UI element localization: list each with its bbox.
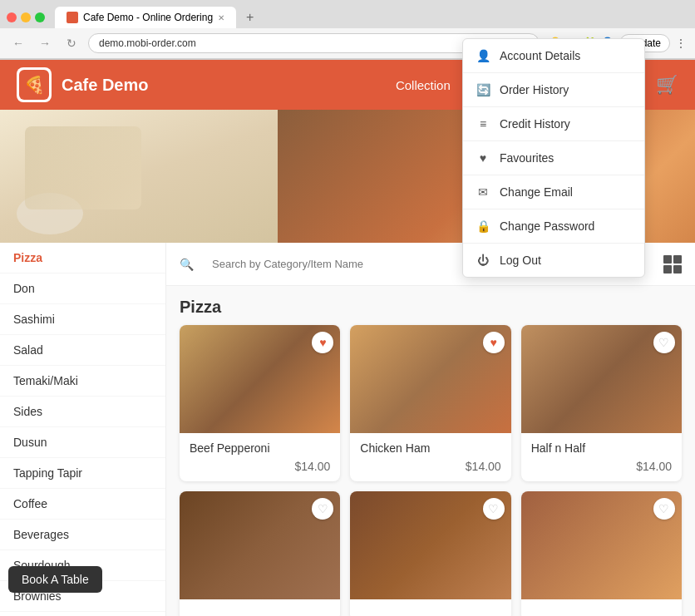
grid-cell-2: [673, 255, 682, 264]
dropdown-password-label: Change Password: [500, 219, 594, 233]
dropdown-change-email[interactable]: ✉ Change Email: [463, 175, 644, 209]
grid-toggle-button[interactable]: [663, 255, 682, 274]
category-title: Pizza: [166, 286, 695, 325]
item-card-half-n-half[interactable]: ♡ Half n Half $14.00: [521, 325, 682, 481]
order-history-icon: 🔄: [476, 83, 490, 96]
favourites-icon: ♥: [476, 151, 490, 165]
dropdown-order-history[interactable]: 🔄 Order History: [463, 73, 644, 107]
sidebar-item-coffee[interactable]: Coffee: [0, 489, 165, 520]
heart-icon: ♡: [658, 336, 669, 349]
dropdown-credit-label: Credit History: [500, 117, 570, 131]
sidebar-item-don[interactable]: Don: [0, 274, 165, 304]
favourite-button-4[interactable]: ♡: [312, 498, 333, 520]
item-card-5[interactable]: ♡: [350, 491, 510, 616]
item-info-5: [350, 599, 510, 616]
sidebar-item-sashimi[interactable]: Sashimi: [0, 304, 165, 335]
credit-history-icon: ≡: [476, 117, 490, 131]
item-price-half-n-half: $14.00: [531, 460, 672, 473]
favourite-button-chicken-ham[interactable]: ♥: [483, 332, 505, 353]
sidebar-item-salad[interactable]: Salad: [0, 335, 165, 366]
dropdown-logout[interactable]: ⏻ Log Out: [463, 244, 644, 277]
book-table-button[interactable]: Book A Table: [8, 566, 102, 593]
sidebar-item-sides[interactable]: Sides: [0, 397, 165, 427]
item-image-5: ♡: [350, 491, 510, 599]
item-info-half-n-half: Half n Half $14.00: [521, 433, 682, 481]
fullscreen-traffic-light[interactable]: [35, 12, 45, 22]
heart-icon: ♡: [318, 502, 328, 515]
main-content: Pizza Don Sashimi Salad Temaki/Maki Side…: [0, 243, 695, 616]
favourite-button-5[interactable]: ♡: [483, 498, 505, 520]
heart-icon: ♡: [488, 502, 499, 515]
dropdown-favourites[interactable]: ♥ Favourites: [463, 141, 644, 175]
grid-cell-4: [673, 265, 682, 274]
heart-icon: ♥: [490, 336, 497, 349]
favourite-button-6[interactable]: ♡: [653, 498, 675, 520]
app-title: Cafe Demo: [62, 76, 396, 95]
item-card-chicken-ham[interactable]: ♥ Chicken Ham $14.00: [350, 325, 510, 481]
cart-icon[interactable]: 🛒: [656, 74, 678, 96]
refresh-button[interactable]: ↻: [62, 33, 81, 53]
tab-title: Cafe Demo - Online Ordering: [83, 12, 213, 23]
sidebar-item-tapping-tapir[interactable]: Tapping Tapir: [0, 458, 165, 489]
sidebar-item-pizza[interactable]: Pizza: [0, 243, 165, 274]
app-logo-inner: 🍕: [19, 70, 49, 100]
item-info-chicken-ham: Chicken Ham $14.00: [350, 433, 510, 481]
sidebar-item-beverages[interactable]: Beverages: [0, 520, 165, 550]
item-name-beef-pepperoni: Beef Pepperoni: [190, 441, 330, 455]
dropdown-credit-history[interactable]: ≡ Credit History: [463, 107, 644, 141]
dropdown-email-label: Change Email: [500, 185, 573, 199]
dropdown-account-details[interactable]: 👤 Account Details: [463, 39, 644, 73]
minimize-traffic-light[interactable]: [21, 12, 31, 22]
grid-cell-1: [663, 255, 672, 264]
item-image-half-n-half: ♡: [521, 325, 682, 433]
heart-icon: ♡: [658, 502, 669, 515]
item-card-beef-pepperoni[interactable]: ♥ Beef Pepperoni $14.00: [180, 325, 340, 481]
item-price-chicken-ham: $14.00: [360, 460, 500, 473]
hero-cloth: [25, 126, 141, 209]
item-info-beef-pepperoni: Beef Pepperoni $14.00: [180, 433, 340, 481]
dropdown-favourites-label: Favourites: [500, 151, 554, 165]
item-image-4: ♡: [180, 491, 340, 599]
close-traffic-light[interactable]: [7, 12, 17, 22]
item-info-6: [521, 599, 682, 616]
search-icon: 🔍: [180, 258, 194, 271]
app-logo: 🍕: [17, 67, 52, 102]
item-card-6[interactable]: ♡: [521, 491, 682, 616]
collection-nav[interactable]: Collection: [396, 78, 451, 92]
forward-button[interactable]: →: [35, 33, 55, 53]
tab-close-icon[interactable]: ✕: [218, 13, 224, 22]
logout-icon: ⏻: [476, 254, 490, 267]
traffic-lights: [7, 12, 45, 22]
grid-cell-3: [663, 265, 672, 274]
hero-left: [0, 110, 278, 243]
active-tab[interactable]: Cafe Demo - Online Ordering ✕: [55, 7, 236, 28]
lock-icon: 🔒: [476, 219, 490, 233]
item-image-6: ♡: [521, 491, 682, 599]
back-button[interactable]: ←: [8, 33, 28, 53]
account-icon: 👤: [476, 49, 490, 62]
email-icon: ✉: [476, 185, 490, 199]
item-info-4: [180, 599, 340, 616]
sidebar-item-temaki[interactable]: Temaki/Maki: [0, 366, 165, 397]
item-card-4[interactable]: ♡: [180, 491, 340, 616]
tab-favicon: [67, 12, 78, 23]
menu-icon[interactable]: ⋮: [675, 37, 687, 50]
sidebar: Pizza Don Sashimi Salad Temaki/Maki Side…: [0, 243, 166, 616]
user-dropdown-menu: 👤 Account Details 🔄 Order History ≡ Cred…: [462, 38, 645, 278]
items-grid: ♥ Beef Pepperoni $14.00 ♥ Chicken Ham $: [166, 325, 695, 616]
dropdown-account-label: Account Details: [500, 49, 580, 62]
dropdown-order-label: Order History: [500, 83, 569, 96]
dropdown-change-password[interactable]: 🔒 Change Password: [463, 209, 644, 244]
item-name-half-n-half: Half n Half: [531, 441, 672, 455]
new-tab-button[interactable]: +: [239, 7, 260, 28]
heart-icon: ♥: [319, 336, 326, 349]
content-area: 🔍 Pizza ♥ Beef Pepperoni $14.00: [166, 243, 695, 616]
item-price-beef-pepperoni: $14.00: [190, 460, 330, 473]
item-image-chicken-ham: ♥: [350, 325, 510, 433]
item-name-chicken-ham: Chicken Ham: [360, 441, 500, 455]
favourite-button-half-n-half[interactable]: ♡: [653, 332, 675, 353]
favourite-button-beef-pepperoni[interactable]: ♥: [312, 332, 333, 353]
tab-bar: Cafe Demo - Online Ordering ✕ +: [0, 0, 695, 28]
dropdown-logout-label: Log Out: [500, 254, 541, 267]
sidebar-item-dusun[interactable]: Dusun: [0, 427, 165, 458]
